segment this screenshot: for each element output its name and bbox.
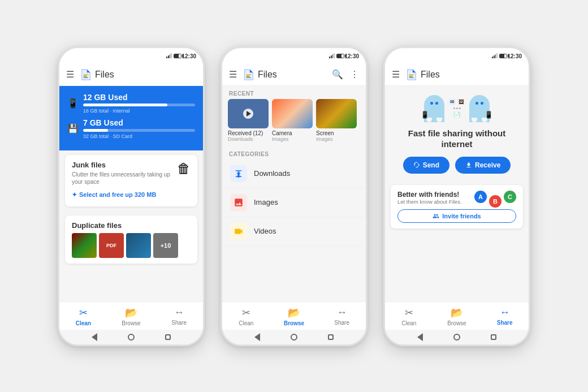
ghost-eyes-right: [475, 102, 483, 105]
home-button-2[interactable]: [291, 334, 297, 341]
svg-rect-4: [83, 77, 88, 77]
invite-button[interactable]: Invite friends: [397, 209, 516, 223]
recents-button-1[interactable]: [165, 334, 171, 340]
friends-title: Better with friends!: [397, 191, 462, 199]
back-button-1[interactable]: [92, 333, 97, 341]
free-up-button[interactable]: ✦ Select and free up 320 MB: [72, 189, 156, 201]
phone-held-left: 📱: [421, 111, 429, 119]
recents-button-3[interactable]: [491, 334, 496, 340]
invite-label: Invite friends: [442, 213, 481, 219]
recent-received[interactable]: Received (12) Downloads: [228, 99, 269, 142]
nav-share-2[interactable]: ↔ Share: [318, 305, 366, 328]
app-header-1: ☰ Files: [59, 64, 203, 86]
hamburger-icon-3[interactable]: ☰: [392, 69, 400, 80]
junk-title: Junk files: [72, 161, 177, 169]
screen-name: Screen: [316, 130, 357, 136]
left-ghost: 📱: [424, 95, 444, 122]
sd-storage-row: 💾 7 GB Used 32 GB total · SD Card: [67, 118, 195, 139]
time-2: 12:30: [344, 53, 359, 59]
internal-progress-bar: [83, 104, 195, 106]
clean-label-1: Clean: [76, 320, 91, 326]
sd-used-label: 7 GB Used: [83, 118, 195, 127]
avatar-1: A: [474, 191, 487, 203]
share-label-1: Share: [171, 320, 187, 326]
categories-label: CATEGORIES: [222, 147, 366, 160]
hamburger-icon-1[interactable]: ☰: [66, 69, 74, 80]
bottom-nav-2: ✂ Clean 📂 Browse ↔ Share: [222, 301, 366, 330]
dot-1: [453, 107, 455, 109]
nav-clean-1[interactable]: ✂ Clean: [59, 305, 107, 328]
category-videos[interactable]: Videos: [222, 217, 366, 246]
back-button-2[interactable]: [254, 333, 260, 341]
status-bar-1: 12:30: [59, 48, 203, 64]
screen-sub: Images: [316, 136, 357, 142]
friends-desc: Let them know about Files.: [397, 199, 462, 205]
browse-label-1: Browse: [122, 320, 140, 326]
duplicate-thumbnails: PDF +10: [72, 233, 191, 258]
internal-storage-row: 📱 12 GB Used 16 GB total · Internal: [67, 93, 195, 114]
nav-share-1[interactable]: ↔ Share: [155, 305, 203, 328]
svg-rect-2: [83, 74, 88, 75]
search-icon-2[interactable]: 🔍: [332, 69, 343, 80]
recent-camera[interactable]: Camera Images: [272, 99, 313, 142]
battery-icon-2: [336, 54, 344, 58]
recent-screen[interactable]: Screen Images: [316, 99, 357, 142]
receive-button[interactable]: Receive: [455, 157, 511, 174]
home-button-1[interactable]: [128, 334, 135, 341]
back-button-3[interactable]: [417, 333, 423, 341]
signal-icon: [166, 54, 172, 58]
svg-marker-1: [87, 69, 90, 72]
camera-sub: Images: [272, 136, 313, 142]
battery-icon-3: [499, 54, 507, 58]
battery-icon: [174, 54, 181, 58]
friends-card: Better with friends! Let them know about…: [391, 185, 523, 229]
nav-clean-3[interactable]: ✂ Clean: [385, 305, 433, 328]
category-downloads[interactable]: Downloads: [222, 160, 366, 188]
internal-storage-info: 12 GB Used 16 GB total · Internal: [83, 93, 195, 114]
recents-button-2[interactable]: [328, 334, 334, 340]
category-images[interactable]: Images: [222, 188, 366, 217]
status-icons-1: [166, 54, 181, 58]
app-header-3: ☰ Files: [385, 64, 529, 86]
status-bar-2: 12:30: [222, 48, 366, 64]
more-icon-2[interactable]: ⋮: [350, 69, 359, 80]
sd-progress-fill: [83, 129, 108, 132]
browse-icon-2: 📂: [288, 307, 300, 319]
internal-used-label: 12 GB Used: [83, 93, 195, 102]
images-icon: [230, 194, 247, 211]
files-logo-1: [80, 68, 92, 81]
connection-dots: [453, 107, 461, 109]
ghost-eye-left-2: [435, 102, 438, 105]
svg-rect-3: [83, 75, 87, 76]
home-button-3[interactable]: [453, 334, 460, 341]
nav-browse-2[interactable]: 📂 Browse: [270, 305, 318, 328]
storage-banner: 📱 12 GB Used 16 GB total · Internal 💾 7 …: [59, 86, 203, 150]
phone-nav-2: [222, 330, 366, 344]
browse-label-3: Browse: [447, 320, 466, 326]
camera-name: Camera: [272, 130, 313, 136]
nav-browse-3[interactable]: 📂 Browse: [433, 305, 481, 328]
icon-img: 🖼: [457, 98, 465, 105]
send-button[interactable]: Send: [403, 157, 449, 174]
sharing-illustration: 📱 ✉ 🖼: [424, 95, 490, 122]
phone-nav-1: [59, 330, 203, 344]
screen-thumb: [316, 99, 357, 128]
bottom-nav-3: ✂ Clean 📂 Browse ↔ Share: [385, 301, 529, 330]
nav-share-3[interactable]: ↔ Share: [481, 305, 529, 328]
category-list: Downloads Images Videos: [222, 160, 366, 301]
images-label: Images: [254, 198, 278, 206]
files-logo-3: [405, 68, 418, 81]
nav-clean-2[interactable]: ✂ Clean: [222, 305, 270, 328]
nav-browse-1[interactable]: 📂 Browse: [107, 305, 155, 328]
dup-thumb-1: [72, 233, 97, 258]
hamburger-icon-2[interactable]: ☰: [229, 69, 237, 80]
play-icon: [247, 111, 251, 117]
sd-total-label: 32 GB total · SD Card: [83, 133, 195, 139]
share-label-3: Share: [497, 320, 513, 326]
floating-icons: ✉ 🖼: [449, 98, 465, 105]
sd-storage-icon: 💾: [67, 123, 79, 134]
floating-icons-2: 📄: [453, 111, 461, 118]
app-header-2: ☰ Files 🔍 ⋮: [222, 64, 366, 86]
avatar-3: C: [504, 191, 516, 203]
signal-icon-2: [329, 54, 335, 58]
